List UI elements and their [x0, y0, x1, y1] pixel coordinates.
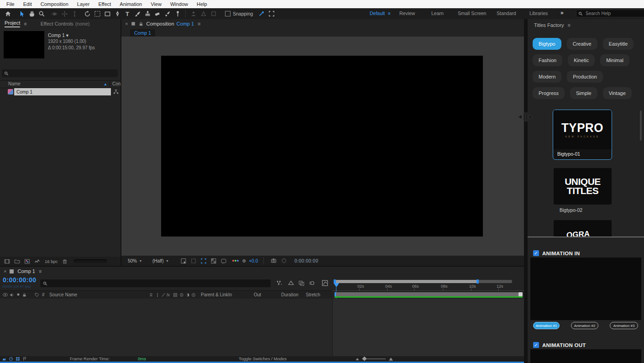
category-chip-creative[interactable]: Creative [567, 38, 597, 50]
track-area[interactable] [333, 299, 524, 356]
timeline-tab-comp1[interactable]: Comp 1 [17, 268, 35, 274]
column-duration[interactable]: Duration [281, 292, 298, 297]
interpret-footage-icon[interactable] [4, 258, 10, 264]
show-channel-icon[interactable] [232, 260, 239, 262]
motion-blur-icon[interactable] [309, 280, 315, 286]
template-card-partial[interactable]: OGRA [554, 220, 612, 237]
zoom-out-mountain-icon[interactable] [356, 357, 359, 361]
menu-item-edit[interactable]: Edit [23, 1, 32, 7]
animation-1-button[interactable]: Animation #1 [533, 322, 560, 329]
zoom-slider-knob[interactable] [362, 357, 367, 361]
flag-icon[interactable] [23, 357, 27, 361]
zoom-tool-icon[interactable] [37, 9, 47, 18]
column-in[interactable]: In [228, 292, 232, 297]
project-panel-menu-icon[interactable]: ≡ [24, 21, 26, 26]
workspace-overflow-icon[interactable]: » [560, 10, 564, 16]
navigator-active-range[interactable] [335, 280, 478, 283]
workspace-menu-icon[interactable]: ≡ [388, 11, 391, 16]
animation-out-checkbox[interactable]: ✓ [533, 342, 539, 348]
reset-exposure-icon[interactable]: ⚙ [242, 258, 246, 263]
category-chip-easytitle[interactable]: Easytitle [603, 38, 634, 50]
category-chip-vintage[interactable]: Vintage [603, 87, 632, 99]
category-chip-simple[interactable]: Simple [570, 87, 597, 99]
collapse-transformations-icon[interactable] [155, 293, 160, 297]
clone-stamp-tool-icon[interactable] [142, 9, 152, 18]
tab-effect-controls[interactable]: Effect Controls [41, 21, 73, 26]
choose-grid-guides-icon[interactable] [180, 258, 187, 264]
tab-project[interactable]: Project [5, 20, 20, 27]
menu-item-effect[interactable]: Effect [98, 1, 111, 7]
toggle-viewer-icon[interactable] [220, 258, 227, 264]
graph-editor-icon[interactable] [321, 280, 329, 286]
column-out[interactable]: Out [254, 292, 261, 297]
region-of-interest-icon[interactable] [267, 9, 277, 18]
bit-depth-indicator[interactable]: 16 bpc [45, 259, 58, 264]
animation-in-checkbox[interactable]: ✓ [533, 250, 539, 256]
menu-item-view[interactable]: View [151, 1, 162, 7]
current-time-display[interactable]: 0:00:00:00 [3, 276, 37, 284]
chevron-down-icon[interactable]: ▾ [140, 259, 141, 263]
category-chip-fashion[interactable]: Fashion [533, 54, 562, 66]
category-chip-bigtypo[interactable]: Bigtypo [533, 38, 561, 50]
help-search-input[interactable] [585, 11, 637, 16]
column-divider[interactable] [110, 81, 110, 88]
region-of-interest-icon[interactable] [200, 258, 207, 264]
titles-panel-menu-icon[interactable]: ≡ [568, 22, 571, 28]
rectangle-tool-icon[interactable] [102, 9, 112, 18]
frame-blending-icon[interactable] [298, 280, 305, 286]
timeline-panel-menu-icon[interactable]: ≡ [39, 268, 42, 274]
effects-fx-icon[interactable]: fx [167, 293, 170, 297]
project-search-input[interactable] [10, 70, 103, 76]
adjustment-layer-icon[interactable] [185, 293, 190, 297]
project-settings-icon[interactable] [34, 258, 40, 264]
shy-icon[interactable] [149, 293, 153, 297]
template-thumbnail[interactable]: TYPRO NEW PACKAGE [553, 110, 612, 149]
zoom-in-mountain-icon[interactable] [388, 357, 393, 361]
column-parent-link[interactable]: Parent & Link [201, 292, 228, 297]
column-source-name[interactable]: Source Name [49, 292, 77, 297]
selection-tool-icon[interactable] [16, 9, 26, 18]
project-row-label[interactable]: Comp 1 [14, 88, 111, 95]
layer-list-area[interactable] [0, 299, 332, 356]
category-chip-progress[interactable]: Progress [533, 87, 565, 99]
template-card-bigtypo-01[interactable]: TYPRO NEW PACKAGE Bigtypo-01 [553, 110, 612, 160]
new-composition-icon[interactable] [24, 258, 30, 264]
chevron-down-icon[interactable]: ▾ [166, 259, 168, 263]
animation-in-preview[interactable] [530, 258, 641, 320]
pan-behind-tool-icon[interactable] [92, 9, 102, 18]
track-divider[interactable] [332, 299, 333, 356]
category-chip-production[interactable]: Production [567, 71, 603, 83]
column-layer-number[interactable]: # [42, 292, 45, 297]
lock-icon[interactable] [22, 293, 26, 297]
template-card-bigtypo-02[interactable]: UNIQUE TITLES [554, 168, 612, 205]
solo-icon[interactable] [16, 293, 20, 296]
rotation-tool-icon[interactable] [82, 9, 92, 18]
trash-icon[interactable] [62, 258, 68, 264]
animation-out-preview[interactable] [530, 349, 641, 363]
navigator-end-handle[interactable] [476, 279, 479, 284]
quality-icon[interactable] [161, 293, 166, 297]
viewer-timecode[interactable]: 0:00:00:00 [294, 258, 318, 263]
close-icon[interactable]: × [125, 21, 128, 26]
category-chip-minimal[interactable]: Minimal [600, 54, 629, 66]
performance-icon[interactable] [9, 357, 13, 361]
roto-brush-tool-icon[interactable] [162, 9, 173, 18]
work-area-start[interactable] [335, 292, 336, 296]
column-stretch[interactable]: Stretch [306, 292, 320, 297]
category-chip-modern[interactable]: Modern [533, 71, 561, 83]
composition-mini-flowchart-icon[interactable] [276, 280, 283, 286]
workspace-tab-standard[interactable]: Standard [497, 11, 516, 16]
workspace-tab-review[interactable]: Review [399, 11, 415, 16]
animation-3-button[interactable]: Animation #3 [610, 322, 638, 329]
puppet-pin-tool-icon[interactable] [173, 9, 183, 18]
hand-tool-icon[interactable] [26, 9, 37, 18]
timeline-navigator[interactable] [335, 280, 512, 283]
home-icon[interactable] [3, 9, 13, 18]
pen-tool-icon[interactable] [112, 9, 122, 18]
menu-item-file[interactable]: File [6, 1, 15, 7]
timeline-search-input[interactable] [49, 280, 247, 286]
new-folder-icon[interactable] [14, 258, 20, 264]
lock-icon[interactable] [139, 21, 143, 26]
animation-2-button[interactable]: Animation #2 [571, 322, 598, 329]
viewer-area[interactable] [121, 37, 524, 256]
